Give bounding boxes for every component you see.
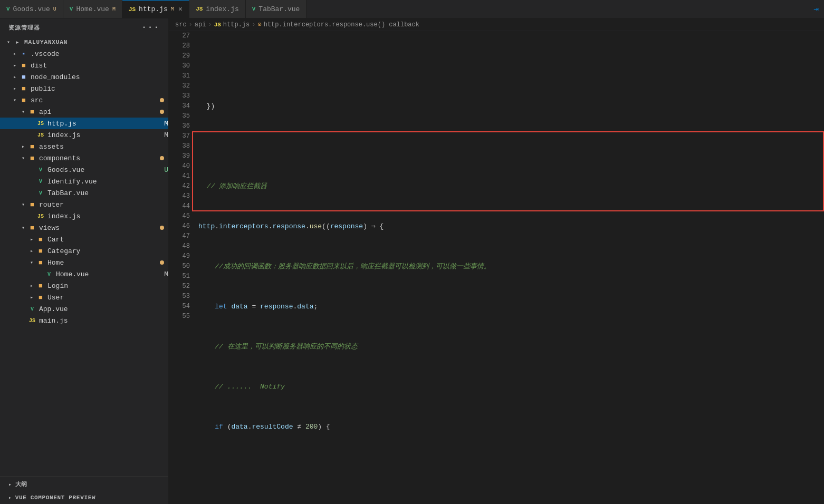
tree-item-label: api (39, 108, 51, 116)
line-num-44: 44 (175, 201, 190, 211)
line-num-31: 31 (175, 71, 190, 81)
tree-item-components[interactable]: ▾ ■ components (0, 152, 168, 164)
js-icon: JS (196, 6, 203, 12)
tree-item-login[interactable]: ▸ ■ Login (0, 280, 168, 292)
folder-icon: ■ (19, 62, 28, 70)
sidebar-bottom-panels: ▸ 大纲 ▸ VUE COMPONENT PREVIEW (0, 477, 168, 504)
code-line-31: //成功的回调函数：服务器响应数据回来以后，响应拦截器可以检测到，可以做一些事情… (198, 261, 824, 272)
folder-icon: ■ (36, 236, 45, 244)
folder-icon: ■ (27, 143, 37, 151)
breadcrumb: src › api › JS http.js › ⊙ http.intercep… (169, 18, 824, 31)
folder-icon: ■ (36, 294, 45, 302)
breadcrumb-src: src (175, 21, 187, 28)
line-num-38: 38 (175, 141, 190, 151)
tree-item-views[interactable]: ▾ ■ views (0, 222, 168, 234)
tree-item-http-js[interactable]: JS http.js M (0, 118, 168, 129)
line-num-37: 37 (175, 131, 190, 141)
tree-item-label: Home.vue (56, 270, 89, 278)
close-icon[interactable]: × (178, 5, 183, 14)
breadcrumb-sep: › (252, 21, 255, 28)
tree-item-label: App.vue (39, 305, 68, 313)
chevron-right-icon: ▸ (11, 62, 19, 69)
folder-icon: ■ (27, 201, 37, 209)
code-line-33: // 在这里，可以判断服务器响应的不同的状态 (198, 342, 824, 352)
editor-area: src › api › JS http.js › ⊙ http.intercep… (169, 18, 824, 504)
chevron-right-icon: ▸ (27, 236, 36, 243)
tree-item-user[interactable]: ▸ ■ User (0, 292, 168, 303)
tab-http-js[interactable]: JS http.js M × (122, 0, 189, 18)
tree-item-node-modules[interactable]: ▸ ■ node_modules (0, 71, 168, 83)
breadcrumb-func: http.interceptors.response.use() callbac… (264, 21, 419, 28)
tab-badge: M (112, 6, 116, 12)
tree-item-app-vue[interactable]: V App.vue (0, 303, 168, 315)
line-numbers: 27 28 29 30 31 32 33 34 35 36 37 38 39 4… (169, 31, 194, 504)
tree-item-dist[interactable]: ▸ ■ dist (0, 60, 168, 71)
code-line-29: // 添加响应拦截器 (198, 181, 824, 191)
vue-icon: V (70, 6, 73, 12)
chevron-right-icon: ▸ (11, 51, 19, 57)
code-line-35: if (data.resultCode ≠ 200) { (198, 422, 824, 432)
tab-label: Home.vue (76, 5, 109, 13)
tree-root[interactable]: ▾ ▸ MALUYANXUAN (0, 36, 168, 48)
more-options-icon[interactable]: ··· (141, 23, 160, 32)
folder-icon: ■ (19, 96, 28, 104)
tab-label: http.js (139, 5, 168, 13)
vue-component-preview-panel[interactable]: ▸ VUE COMPONENT PREVIEW (0, 491, 168, 504)
tree-item-api[interactable]: ▾ ■ api (0, 106, 168, 118)
tab-home-vue[interactable]: V Home.vue M (63, 0, 122, 18)
folder-icon: ■ (36, 282, 45, 290)
line-num-51: 51 (175, 272, 190, 282)
tree-item-label: public (31, 85, 55, 93)
modified-badge (160, 226, 164, 230)
split-editor-icon[interactable]: ⇥ (808, 0, 824, 18)
tree-item-assets[interactable]: ▸ ■ assets (0, 141, 168, 152)
line-num-27: 27 (175, 31, 190, 41)
tree-item-identify-vue[interactable]: V Identify.vue (0, 176, 168, 187)
line-num-41: 41 (175, 171, 190, 181)
line-num-36: 36 (175, 121, 190, 131)
tree-item-home-vue[interactable]: V Home.vue M (0, 268, 168, 280)
tree-item-label: Login (47, 282, 68, 290)
folder-icon: ■ (36, 247, 45, 255)
chevron-down-icon: ▾ (19, 109, 27, 115)
tree-item-src[interactable]: ▾ ■ src (0, 94, 168, 106)
tree-item-tabbar-vue[interactable]: V TabBar.vue (0, 187, 168, 199)
chevron-down-icon: ▾ (4, 39, 13, 45)
tab-goods-vue[interactable]: V Goods.vue U (0, 0, 63, 18)
outline-panel[interactable]: ▸ 大纲 (0, 477, 168, 491)
modified-badge (160, 98, 164, 102)
tree-item-label: User (47, 294, 64, 302)
tree-item-main-js[interactable]: JS main.js (0, 315, 168, 326)
tree-item-label: assets (39, 143, 64, 151)
tree-item-home-folder[interactable]: ▾ ■ Home (0, 257, 168, 268)
line-num-46: 46 (175, 221, 190, 231)
tree-item-goods-vue[interactable]: V Goods.vue U (0, 164, 168, 176)
tree-item-label: main.js (39, 317, 68, 325)
tab-label: TabBar.vue (258, 5, 300, 13)
tree-item-label: Cart (47, 236, 64, 244)
folder-blue-icon: ▪ (19, 50, 28, 58)
tab-index-js[interactable]: JS index.js (189, 0, 246, 18)
line-num-53: 53 (175, 292, 190, 302)
modified-badge (160, 260, 164, 265)
tree-item-public[interactable]: ▸ ■ public (0, 83, 168, 94)
code-editor[interactable]: 27 28 29 30 31 32 33 34 35 36 37 38 39 4… (169, 31, 824, 504)
tree-item-label: Goods.vue (47, 166, 84, 174)
tree-item-vscode[interactable]: ▸ ▪ .vscode (0, 48, 168, 60)
line-num-50: 50 (175, 261, 190, 272)
modified-badge: M (164, 120, 168, 128)
tree-item-label: .vscode (31, 50, 60, 58)
vue-file-icon: V (36, 179, 45, 185)
tree-item-index-js[interactable]: JS index.js M (0, 129, 168, 141)
tree-item-categary[interactable]: ▸ ■ Categary (0, 245, 168, 257)
breadcrumb-func-icon: ⊙ (257, 21, 261, 28)
chevron-down-icon: ▾ (11, 97, 19, 103)
tree-item-router-index[interactable]: JS index.js (0, 210, 168, 222)
tab-tabbar-vue[interactable]: V TabBar.vue (246, 0, 307, 18)
tree-item-label: views (39, 224, 60, 232)
modified-badge: M (164, 131, 168, 139)
line-num-35: 35 (175, 111, 190, 121)
tree-item-router[interactable]: ▾ ■ router (0, 199, 168, 210)
tree-item-label: router (39, 201, 64, 209)
tree-item-cart[interactable]: ▸ ■ Cart (0, 234, 168, 245)
